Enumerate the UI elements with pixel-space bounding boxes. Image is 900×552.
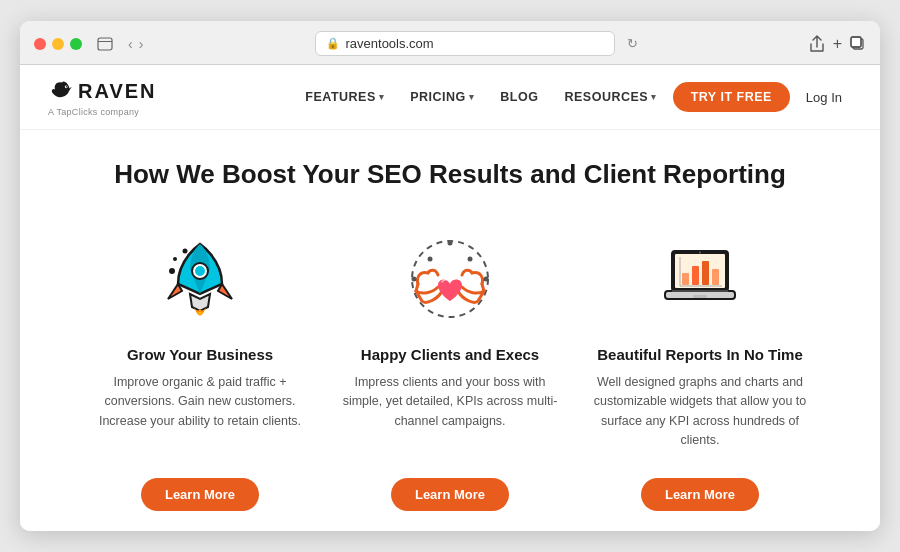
card-1-desc: Improve organic & paid traffic + convers… — [90, 373, 310, 462]
url-text: raventools.com — [346, 36, 434, 51]
nav-pricing[interactable]: PRICING ▾ — [400, 84, 484, 110]
nav-resources[interactable]: RESOURCES ▾ — [554, 84, 666, 110]
nav-features[interactable]: FEATURES ▾ — [295, 84, 394, 110]
card-happy-clients: Happy Clients and Execs Impress clients … — [330, 224, 570, 511]
svg-point-16 — [412, 276, 417, 281]
address-bar-container: 🔒 raventools.com ↻ — [153, 31, 798, 56]
pricing-chevron-icon: ▾ — [469, 92, 475, 102]
features-chevron-icon: ▾ — [379, 92, 385, 102]
back-button[interactable]: ‹ — [128, 36, 133, 52]
heart-hands-icon — [395, 224, 505, 334]
site-nav: RAVEN A TapClicks company FEATURES ▾ PRI… — [20, 65, 880, 130]
resources-chevron-icon: ▾ — [651, 92, 657, 102]
svg-point-6 — [66, 86, 67, 87]
cards-section: Grow Your Business Improve organic & pai… — [20, 208, 880, 531]
address-bar[interactable]: 🔒 raventools.com — [315, 31, 615, 56]
learn-more-button-1[interactable]: Learn More — [141, 478, 259, 511]
traffic-lights — [34, 38, 82, 50]
browser-chrome: ‹ › 🔒 raventools.com ↻ + — [20, 21, 880, 65]
svg-point-14 — [448, 240, 453, 245]
card-2-desc: Impress clients and your boss with simpl… — [340, 373, 560, 462]
logo-subtitle: A TapClicks company — [48, 107, 157, 117]
card-3-title: Beautiful Reports In No Time — [597, 346, 803, 363]
laptop-chart-icon — [645, 224, 755, 334]
svg-rect-29 — [693, 295, 707, 298]
svg-point-17 — [484, 276, 489, 281]
lock-icon: 🔒 — [326, 37, 340, 50]
tab-view-icon[interactable] — [92, 34, 118, 54]
learn-more-button-2[interactable]: Learn More — [391, 478, 509, 511]
card-grow-business: Grow Your Business Improve organic & pai… — [80, 224, 320, 511]
refresh-icon[interactable]: ↻ — [627, 36, 638, 51]
login-button[interactable]: Log In — [796, 84, 852, 111]
hero-title: How We Boost Your SEO Results and Client… — [60, 158, 840, 192]
rocket-icon — [145, 224, 255, 334]
duplicate-icon[interactable] — [850, 36, 866, 52]
chrome-actions: + — [809, 35, 866, 53]
forward-button[interactable]: › — [139, 36, 144, 52]
logo-bird-icon — [48, 77, 76, 105]
svg-rect-23 — [702, 261, 709, 285]
svg-point-13 — [428, 256, 433, 261]
svg-rect-24 — [712, 269, 719, 285]
logo-name: RAVEN — [78, 81, 157, 101]
share-icon[interactable] — [809, 35, 825, 53]
page-content: RAVEN A TapClicks company FEATURES ▾ PRI… — [20, 65, 880, 531]
svg-point-8 — [195, 266, 205, 276]
card-reports: Beautiful Reports In No Time Well design… — [580, 224, 820, 511]
nav-arrows: ‹ › — [128, 36, 143, 52]
svg-rect-3 — [851, 37, 861, 47]
logo: RAVEN — [48, 77, 157, 105]
svg-rect-21 — [682, 273, 689, 285]
svg-point-10 — [173, 257, 177, 261]
browser-window: ‹ › 🔒 raventools.com ↻ + — [20, 21, 880, 531]
close-button[interactable] — [34, 38, 46, 50]
hero-section: How We Boost Your SEO Results and Client… — [20, 130, 880, 208]
svg-rect-22 — [692, 266, 699, 285]
svg-point-9 — [169, 268, 175, 274]
card-1-title: Grow Your Business — [127, 346, 273, 363]
learn-more-button-3[interactable]: Learn More — [641, 478, 759, 511]
maximize-button[interactable] — [70, 38, 82, 50]
svg-point-27 — [699, 251, 701, 253]
card-2-title: Happy Clients and Execs — [361, 346, 539, 363]
minimize-button[interactable] — [52, 38, 64, 50]
card-3-desc: Well designed graphs and charts and cust… — [590, 373, 810, 462]
svg-point-12 — [412, 241, 488, 317]
new-tab-icon[interactable]: + — [833, 35, 842, 53]
nav-links: FEATURES ▾ PRICING ▾ BLOG RESOURCES ▾ TR… — [295, 82, 852, 112]
svg-point-15 — [468, 256, 473, 261]
svg-point-11 — [183, 248, 188, 253]
nav-blog[interactable]: BLOG — [490, 84, 548, 110]
try-it-free-button[interactable]: TRY IT FREE — [673, 82, 790, 112]
logo-area: RAVEN A TapClicks company — [48, 77, 157, 117]
svg-rect-0 — [98, 38, 112, 50]
